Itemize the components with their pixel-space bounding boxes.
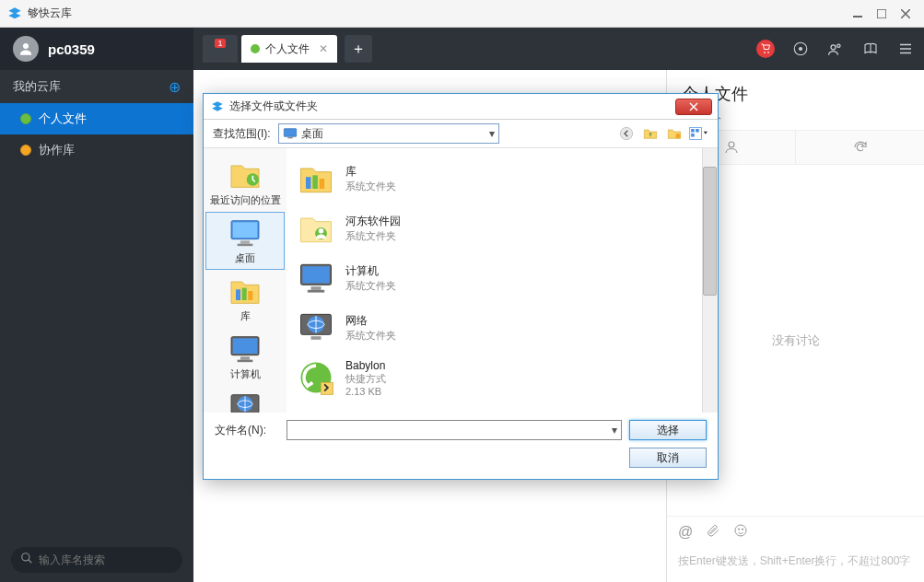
svg-rect-36: [312, 175, 318, 189]
svg-rect-37: [320, 179, 325, 189]
svg-rect-31: [238, 360, 253, 363]
view-menu-button[interactable]: [688, 123, 708, 144]
svg-rect-27: [248, 291, 252, 300]
file-item[interactable]: Babylon快捷方式2.13 KB: [292, 353, 712, 402]
close-button[interactable]: [895, 5, 917, 23]
lookin-combo[interactable]: 桌面 ▾: [278, 123, 499, 144]
svg-point-5: [800, 48, 802, 51]
place-desktop[interactable]: 桌面: [205, 212, 285, 270]
library-search-input[interactable]: [39, 553, 173, 566]
group-icon[interactable]: [826, 40, 845, 58]
svg-rect-1: [877, 9, 886, 18]
search-icon: [20, 552, 33, 568]
file-item[interactable]: 河东软件园系统文件夹: [292, 204, 712, 253]
svg-point-8: [729, 142, 734, 147]
menu-icon[interactable]: [896, 40, 915, 58]
lookin-label: 查找范围(I):: [213, 126, 271, 142]
window-title: 够快云库: [28, 6, 847, 21]
emoji-icon[interactable]: [733, 523, 748, 541]
back-button[interactable]: [616, 123, 637, 144]
userfolder-icon: [296, 208, 336, 249]
file-name: 网络: [345, 313, 396, 329]
svg-rect-23: [240, 240, 250, 243]
sidebar-section-header: 我的云库 ⊕: [0, 70, 193, 103]
svg-rect-13: [287, 137, 292, 138]
filename-label: 文件名(N):: [215, 423, 279, 438]
active-tab[interactable]: 个人文件 ✕: [241, 35, 337, 63]
place-library[interactable]: 库: [205, 270, 285, 328]
up-button[interactable]: [640, 123, 661, 144]
svg-rect-41: [302, 266, 329, 283]
svg-rect-43: [308, 290, 324, 293]
avatar-icon: [13, 36, 39, 62]
svg-point-9: [735, 525, 746, 536]
minimize-button[interactable]: [847, 5, 869, 23]
select-button[interactable]: 选择: [629, 420, 707, 440]
tab-close-icon[interactable]: ✕: [319, 42, 328, 55]
comment-input-placeholder[interactable]: 按Enter键发送，Shift+Enter换行，不超过800字: [667, 548, 924, 582]
sidebar-section-label: 我的云库: [13, 78, 61, 95]
svg-point-7: [837, 44, 840, 47]
notification-badge: 1: [215, 39, 225, 48]
svg-rect-25: [236, 289, 240, 300]
scrollbar[interactable]: [702, 148, 718, 413]
dialog-logo-icon: [211, 100, 224, 113]
add-library-icon[interactable]: ⊕: [169, 78, 181, 96]
shortcut-icon: [296, 357, 336, 398]
svg-point-14: [620, 127, 632, 139]
maximize-button[interactable]: [871, 5, 893, 23]
place-recent[interactable]: 最近访问的位置: [205, 154, 285, 212]
network-icon: [227, 390, 263, 413]
add-tab-button[interactable]: ＋: [345, 35, 372, 63]
svg-point-39: [319, 228, 324, 234]
svg-rect-18: [696, 129, 699, 133]
file-list: 库系统文件夹河东软件园系统文件夹计算机系统文件夹网络系统文件夹Babylon快捷…: [287, 148, 718, 413]
place-network[interactable]: 网络: [205, 386, 285, 413]
user-row[interactable]: pc0359: [0, 28, 193, 70]
file-desc: 系统文件夹: [345, 180, 396, 193]
svg-rect-42: [311, 286, 322, 290]
svg-rect-24: [238, 244, 253, 247]
svg-rect-12: [284, 129, 296, 137]
place-label: 桌面: [235, 251, 255, 265]
place-computer[interactable]: 计算机: [205, 328, 285, 386]
svg-rect-17: [691, 129, 695, 133]
computer-icon: [227, 332, 263, 366]
sidebar-item-label: 协作库: [39, 142, 75, 158]
window-titlebar: 够快云库: [0, 0, 924, 28]
tab-label: 个人文件: [265, 41, 310, 57]
place-label: 计算机: [230, 367, 261, 381]
file-item[interactable]: 网络系统文件夹: [292, 303, 712, 353]
cart-icon[interactable]: [756, 40, 775, 58]
file-size: 2.13 KB: [345, 386, 386, 397]
file-item[interactable]: 库系统文件夹: [292, 154, 712, 204]
lookin-value: 桌面: [301, 126, 323, 142]
svg-point-3: [22, 553, 29, 561]
dialog-close-button[interactable]: [675, 99, 712, 115]
new-folder-button[interactable]: [664, 123, 684, 144]
panel-tab-refresh[interactable]: [796, 131, 924, 164]
svg-rect-26: [242, 288, 247, 300]
file-name: 计算机: [345, 263, 396, 279]
file-desc: 系统文件夹: [345, 279, 396, 293]
dialog-toolbar: 查找范围(I): 桌面 ▾: [204, 120, 718, 147]
sidebar-item-personal[interactable]: 个人文件: [0, 103, 193, 134]
sidebar-item-collab[interactable]: 协作库: [0, 134, 193, 166]
library-icon: [296, 158, 336, 199]
book-icon[interactable]: [861, 40, 880, 58]
file-item[interactable]: 计算机系统文件夹: [292, 253, 712, 303]
green-dot-icon: [251, 44, 260, 53]
target-icon[interactable]: [791, 40, 810, 58]
svg-rect-35: [306, 177, 311, 189]
cancel-button[interactable]: 取消: [629, 448, 707, 468]
filename-combo[interactable]: ▾: [287, 420, 622, 440]
attachment-icon[interactable]: [706, 523, 720, 541]
svg-rect-22: [233, 222, 258, 238]
app-logo-icon: [7, 6, 22, 21]
notification-tab[interactable]: 1: [203, 35, 238, 63]
library-search[interactable]: [11, 547, 182, 573]
svg-rect-19: [691, 134, 695, 137]
mention-icon[interactable]: @: [678, 524, 693, 541]
orange-dot-icon: [20, 145, 31, 156]
desktop-icon: [283, 127, 298, 140]
